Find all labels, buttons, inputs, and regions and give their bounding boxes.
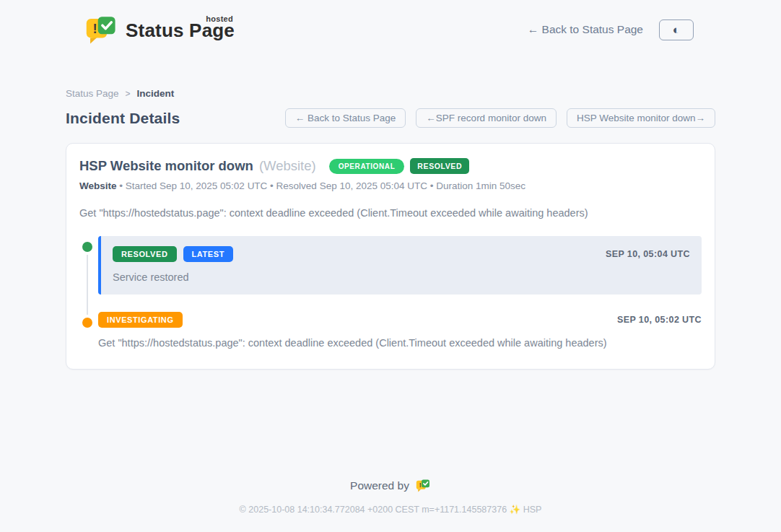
entry-badges: INVESTIGATING <box>98 312 183 328</box>
incident-meta: Website • Started Sep 10, 2025 05:02 UTC… <box>79 180 702 191</box>
timeline-message: Get "https://hostedstatus.page": context… <box>98 337 702 349</box>
theme-toggle-button[interactable]: ◐ <box>659 19 694 40</box>
status-page-logo-icon: ! <box>85 13 118 46</box>
contrast-icon: ◐ <box>673 24 680 36</box>
breadcrumb-incident: Incident <box>137 88 175 99</box>
footer: Powered by ! © 2025-10-08 14:10:34.77208… <box>0 478 781 532</box>
page-title: Incident Details <box>66 110 180 127</box>
svg-text:!: ! <box>419 481 422 489</box>
timeline-latest-badge: LATEST <box>183 246 234 262</box>
breadcrumb-status-page[interactable]: Status Page <box>66 88 119 99</box>
entry-head: INVESTIGATING SEP 10, 05:02 UTC <box>98 312 702 328</box>
latest-update-box: RESOLVED LATEST SEP 10, 05:04 UTC Servic… <box>98 236 702 295</box>
timeline-investigating-badge: INVESTIGATING <box>98 312 183 328</box>
timeline-timestamp: SEP 10, 05:04 UTC <box>606 249 690 259</box>
incident-title: HSP Website monitor down <box>79 158 253 174</box>
timeline-timestamp: SEP 10, 05:02 UTC <box>617 315 702 325</box>
breadcrumb-separator: > <box>126 89 131 99</box>
brand-name: Status Page <box>126 21 235 40</box>
incident-scope: (Website) <box>259 158 316 174</box>
timeline-resolved-badge: RESOLVED <box>113 246 177 262</box>
incident-description: Get "https://hostedstatus.page": context… <box>79 207 702 219</box>
brand-text: hosted Status Page <box>126 14 235 40</box>
prev-incident-button[interactable]: ←SPF record monitor down <box>416 108 557 128</box>
header: ! hosted Status Page ← Back to Status Pa… <box>0 0 781 48</box>
incident-component: Website <box>79 180 117 191</box>
timeline-entry-resolved: RESOLVED LATEST SEP 10, 05:04 UTC Servic… <box>98 236 702 295</box>
resolved-badge: RESOLVED <box>410 158 469 174</box>
back-to-status-page-button[interactable]: ← Back to Status Page <box>285 108 406 128</box>
copyright-text: © 2025-10-08 14:10:34.772084 +0200 CEST … <box>240 505 507 515</box>
entry-head: RESOLVED LATEST SEP 10, 05:04 UTC <box>113 246 690 262</box>
powered-by-label: Powered by <box>350 479 409 492</box>
copyright-line: © 2025-10-08 14:10:34.772084 +0200 CEST … <box>0 504 781 515</box>
incident-title-row: HSP Website monitor down (Website) OPERA… <box>79 158 702 174</box>
header-back-link[interactable]: ← Back to Status Page <box>528 23 643 36</box>
timeline-message: Service restored <box>113 271 690 283</box>
footer-brand: HSP <box>523 505 542 515</box>
svg-text:!: ! <box>93 21 97 36</box>
sparkle-icon: ✨ <box>510 505 521 515</box>
incident-nav-buttons: ← Back to Status Page ←SPF record monito… <box>285 108 715 128</box>
operational-badge: OPERATIONAL <box>329 159 405 174</box>
header-actions: ← Back to Status Page ◐ <box>528 19 694 40</box>
title-row: Incident Details ← Back to Status Page ←… <box>66 108 715 128</box>
incident-card: HSP Website monitor down (Website) OPERA… <box>66 143 715 370</box>
powered-by-link[interactable]: Powered by ! <box>0 478 781 493</box>
resolved-dot-icon <box>79 239 95 255</box>
incident-meta-details: • Started Sep 10, 2025 05:02 UTC • Resol… <box>117 180 526 191</box>
breadcrumb: Status Page > Incident <box>66 88 715 99</box>
app-logo[interactable]: ! hosted Status Page <box>85 13 235 46</box>
investigating-dot-icon <box>79 315 95 331</box>
next-incident-button[interactable]: HSP Website monitor down→ <box>567 108 715 128</box>
incident-timeline: RESOLVED LATEST SEP 10, 05:04 UTC Servic… <box>79 236 702 349</box>
main-content: Status Page > Incident Incident Details … <box>66 88 715 370</box>
footer-logo-icon: ! <box>416 478 431 493</box>
timeline-entry-investigating: INVESTIGATING SEP 10, 05:02 UTC Get "htt… <box>98 312 702 349</box>
entry-badges: RESOLVED LATEST <box>113 246 233 262</box>
